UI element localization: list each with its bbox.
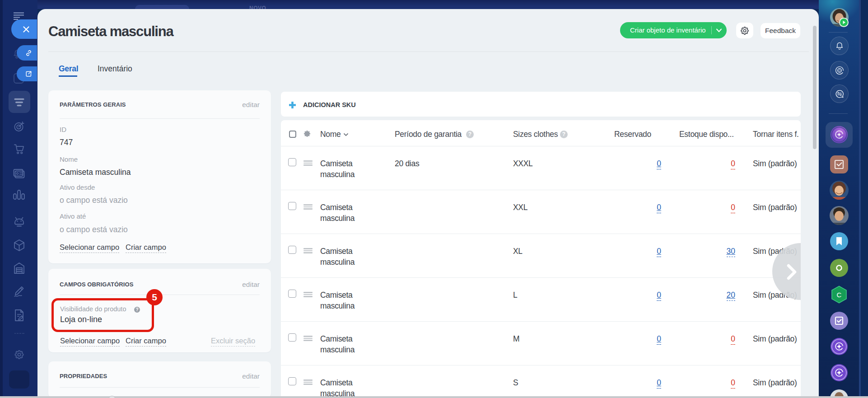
svg-text:C: C bbox=[837, 291, 842, 299]
